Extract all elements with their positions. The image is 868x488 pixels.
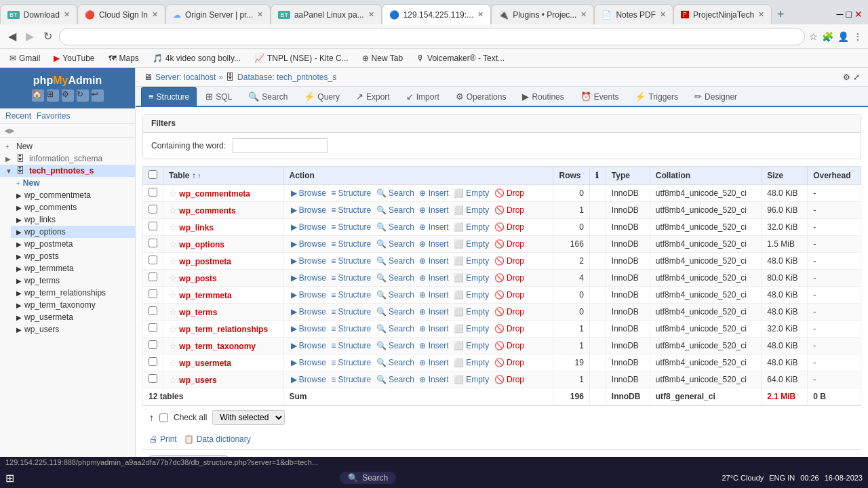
windows-start-icon[interactable]: ⊞ [5, 472, 14, 485]
back-button[interactable]: ◀ [5, 28, 19, 44]
tab-ip-active[interactable]: 🔵 129.154.225.119:... ✕ [382, 4, 491, 24]
row-checkbox[interactable] [149, 188, 157, 197]
tab-sql[interactable]: ⊞ SQL [198, 87, 239, 106]
empty-link[interactable]: ⬜ Empty [454, 205, 489, 215]
drop-link[interactable]: 🚫 Drop [494, 205, 524, 215]
sidebar-exit-icon[interactable]: ↩ [92, 89, 104, 102]
settings-icon[interactable]: ⚙ [843, 73, 850, 82]
row-checkbox[interactable] [149, 357, 157, 366]
structure-link[interactable]: ≡ Structure [331, 256, 371, 266]
empty-link[interactable]: ⬜ Empty [454, 273, 489, 283]
browse-link[interactable]: ▶ Browse [291, 307, 326, 317]
tab-close[interactable]: ✕ [477, 10, 484, 19]
row-checkbox[interactable] [149, 340, 157, 349]
star-icon[interactable]: ☆ [169, 205, 177, 216]
drop-link[interactable]: 🚫 Drop [494, 222, 524, 232]
browse-link[interactable]: ▶ Browse [291, 375, 326, 384]
search-link[interactable]: 🔍 Search [376, 375, 414, 384]
row-checkbox[interactable] [149, 256, 157, 264]
search-link[interactable]: 🔍 Search [376, 222, 414, 232]
search-link[interactable]: 🔍 Search [376, 239, 414, 249]
tree-table-wp-users[interactable]: ▶ wp_users [11, 323, 135, 336]
star-icon[interactable]: ☆ [169, 273, 177, 283]
tab-plugins[interactable]: 🔌 Plugins • Projec... ✕ [491, 4, 594, 24]
browse-link[interactable]: ▶ Browse [291, 273, 326, 283]
bookmark-4k-video[interactable]: 🎵 4k video song bolly... [149, 52, 245, 64]
insert-link[interactable]: ⊕ Insert [419, 324, 448, 333]
filters-header[interactable]: Filters [143, 115, 861, 133]
tab-search[interactable]: 🔍 Search [241, 87, 295, 106]
sidebar-sql-icon[interactable]: ⊞ [47, 89, 59, 102]
tab-import[interactable]: ↙ Import [399, 87, 447, 106]
empty-link[interactable]: ⬜ Empty [454, 222, 489, 232]
tab-operations[interactable]: ⚙ Operations [448, 87, 514, 106]
structure-link[interactable]: ≡ Structure [331, 358, 371, 367]
bookmark-new-tab[interactable]: ⊕ New Tab [358, 52, 407, 64]
header-table[interactable]: Table ↑ [163, 167, 284, 185]
insert-link[interactable]: ⊕ Insert [419, 358, 448, 367]
insert-link[interactable]: ⊕ Insert [419, 205, 448, 215]
empty-link[interactable]: ⬜ Empty [454, 256, 489, 266]
tree-table-wp-posts[interactable]: ▶ wp_posts [11, 250, 135, 262]
tree-item-new[interactable]: + New [0, 140, 135, 152]
insert-link[interactable]: ⊕ Insert [419, 341, 448, 350]
tree-table-wp-term-taxonomy[interactable]: ▶ wp_term_taxonomy [11, 299, 135, 311]
search-link[interactable]: 🔍 Search [376, 188, 414, 198]
empty-link[interactable]: ⬜ Empty [454, 375, 489, 384]
table-name-link[interactable]: wp_comments [179, 206, 235, 216]
bookmark-gmail[interactable]: ✉ Gmail [5, 52, 44, 64]
insert-link[interactable]: ⊕ Insert [419, 188, 448, 198]
structure-link[interactable]: ≡ Structure [331, 324, 371, 333]
close-button[interactable]: ✕ [854, 9, 863, 20]
tab-close[interactable]: ✕ [152, 10, 158, 19]
tree-table-wp-commentmeta[interactable]: ▶ wp_commentmeta [11, 189, 135, 201]
drop-link[interactable]: 🚫 Drop [494, 307, 524, 317]
tree-table-wp-links[interactable]: ▶ wp_links [11, 214, 135, 226]
drop-link[interactable]: 🚫 Drop [494, 273, 524, 283]
insert-link[interactable]: ⊕ Insert [419, 273, 448, 283]
empty-link[interactable]: ⬜ Empty [454, 290, 489, 300]
search-link[interactable]: 🔍 Search [376, 324, 414, 333]
table-name-link[interactable]: wp_commentmeta [179, 189, 250, 199]
expand-icon[interactable]: ⤢ [853, 73, 860, 82]
table-name-link[interactable]: wp_termmeta [179, 291, 231, 300]
table-name-link[interactable]: wp_posts [179, 274, 216, 283]
extensions-icon[interactable]: 🧩 [822, 31, 833, 42]
insert-link[interactable]: ⊕ Insert [419, 239, 448, 249]
structure-link[interactable]: ≡ Structure [331, 188, 371, 198]
star-icon[interactable]: ☆ [169, 290, 177, 300]
bookmark-youtube[interactable]: ▶ YouTube [50, 52, 98, 64]
tree-table-wp-term-relationships[interactable]: ▶ wp_term_relationships [11, 287, 135, 299]
empty-link[interactable]: ⬜ Empty [454, 307, 489, 317]
tree-table-wp-postmeta[interactable]: ▶ wp_postmeta [11, 238, 135, 250]
browse-link[interactable]: ▶ Browse [291, 341, 326, 350]
star-icon[interactable]: ☆ [169, 239, 177, 249]
sidebar-home-icon[interactable]: 🏠 [32, 89, 44, 102]
print-button[interactable]: 🖨 Print [149, 434, 177, 444]
drop-link[interactable]: 🚫 Drop [494, 239, 524, 249]
tab-close[interactable]: ✕ [257, 10, 263, 19]
star-icon[interactable]: ☆ [169, 358, 177, 368]
browse-link[interactable]: ▶ Browse [291, 324, 326, 333]
new-tab-button[interactable]: + [772, 7, 790, 22]
tree-table-wp-termmeta[interactable]: ▶ wp_termmeta [11, 262, 135, 274]
sidebar-refresh-icon[interactable]: ↻ [77, 89, 89, 102]
row-checkbox[interactable] [149, 205, 157, 214]
table-name-link[interactable]: wp_usermeta [179, 359, 231, 368]
tab-bt-download[interactable]: BT Download ✕ [0, 4, 77, 24]
favorites-link[interactable]: Favorites [37, 111, 70, 121]
tab-notes-pdf[interactable]: 📄 Notes PDF ✕ [594, 4, 673, 24]
table-name-link[interactable]: wp_postmeta [179, 257, 231, 266]
filters-input[interactable] [233, 138, 328, 153]
star-icon[interactable]: ☆ [169, 341, 177, 351]
tab-designer[interactable]: ✏ Designer [687, 87, 745, 106]
structure-link[interactable]: ≡ Structure [331, 273, 371, 283]
row-checkbox[interactable] [149, 323, 157, 332]
recent-link[interactable]: Recent [5, 111, 31, 121]
profile-icon[interactable]: 👤 [837, 31, 849, 42]
tab-origin-server[interactable]: ☁ Origin Server | pr... ✕ [165, 4, 271, 24]
tab-query[interactable]: ⚡ Query [296, 87, 347, 106]
structure-link[interactable]: ≡ Structure [331, 290, 371, 300]
empty-link[interactable]: ⬜ Empty [454, 188, 489, 198]
table-name-link[interactable]: wp_options [179, 240, 224, 249]
